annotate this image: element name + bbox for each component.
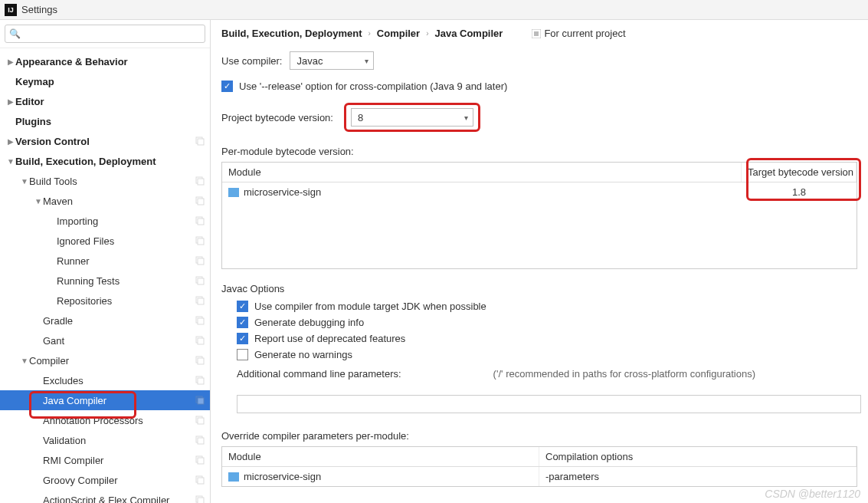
- sidebar-item-label: Groovy Compiler: [43, 475, 195, 486]
- sidebar-item-build-execution-deployment[interactable]: ▼Build, Execution, Deployment: [0, 151, 210, 171]
- tree-arrow-icon: ▼: [6, 157, 15, 166]
- copy-icon: [195, 235, 205, 246]
- project-bytecode-select[interactable]: 8: [351, 108, 473, 127]
- sidebar-item-editor[interactable]: ▶Editor: [0, 91, 210, 111]
- table-header-module[interactable]: Module: [222, 447, 539, 466]
- sidebar-item-label: Appearance & Behavior: [15, 56, 205, 67]
- sidebar-item-gant[interactable]: Gant: [0, 330, 210, 350]
- javac-opt-target-jdk[interactable]: ✓ Use compiler from module target JDK wh…: [237, 301, 868, 312]
- javac-options-title: Javac Options: [221, 283, 868, 294]
- sidebar-item-plugins[interactable]: Plugins: [0, 111, 210, 131]
- checkbox-icon: ✓: [221, 81, 233, 92]
- svg-rect-13: [198, 278, 204, 284]
- titlebar: IJ Settings: [0, 0, 868, 20]
- search-icon: 🔍: [9, 28, 21, 39]
- copy-icon: [195, 375, 205, 386]
- settings-tree[interactable]: ▶Appearance & BehaviorKeymap▶EditorPlugi…: [0, 48, 210, 503]
- sidebar-item-gradle[interactable]: Gradle: [0, 311, 210, 330]
- use-compiler-select[interactable]: Javac: [290, 51, 374, 70]
- tree-arrow-icon: ▶: [6, 137, 15, 146]
- table-header-module[interactable]: Module: [222, 163, 742, 182]
- svg-rect-3: [198, 179, 204, 185]
- additional-params-input[interactable]: [237, 395, 861, 413]
- javac-opt-deprecated[interactable]: ✓ Report use of deprecated features: [237, 333, 868, 344]
- search-input[interactable]: [5, 25, 205, 43]
- copy-icon: [195, 275, 205, 286]
- sidebar-item-rmi-compiler[interactable]: RMI Compiler: [0, 450, 210, 470]
- sidebar-item-actionscript-flex-compiler[interactable]: ActionScript & Flex Compiler: [0, 490, 210, 503]
- sidebar-item-label: ActionScript & Flex Compiler: [43, 495, 195, 504]
- sidebar-item-label: Build, Execution, Deployment: [15, 156, 205, 167]
- sidebar-item-excludes[interactable]: Excludes: [0, 370, 210, 390]
- override-params-table[interactable]: Module Compilation options microservice-…: [221, 446, 857, 487]
- tree-arrow-icon: ▼: [20, 357, 29, 365]
- sidebar-item-version-control[interactable]: ▶Version Control: [0, 131, 210, 151]
- table-header-options[interactable]: Compilation options: [539, 447, 857, 466]
- sidebar-item-label: Version Control: [15, 136, 195, 147]
- copy-icon: [195, 136, 205, 146]
- module-icon: [228, 472, 239, 482]
- breadcrumb-item: Build, Execution, Deployment: [221, 28, 362, 39]
- sidebar-item-maven[interactable]: ▼Maven: [0, 191, 210, 211]
- svg-rect-35: [198, 498, 204, 503]
- javac-opt-no-warnings[interactable]: Generate no warnings: [237, 349, 868, 360]
- svg-rect-25: [198, 398, 204, 404]
- override-params-label: Override compiler parameters per-module:: [221, 430, 868, 442]
- table-row[interactable]: microservice-sign -parameters: [222, 467, 857, 486]
- sidebar-item-keymap[interactable]: Keymap: [0, 71, 210, 91]
- svg-rect-31: [198, 458, 204, 464]
- svg-rect-21: [198, 358, 204, 364]
- use-compiler-label: Use compiler:: [221, 55, 282, 67]
- svg-rect-33: [198, 478, 204, 484]
- sidebar-item-label: Importing: [57, 215, 195, 227]
- project-bytecode-label: Project bytecode version:: [221, 112, 333, 123]
- svg-rect-19: [198, 338, 204, 344]
- sidebar-item-label: Annotation Processors: [43, 415, 195, 426]
- sidebar-item-label: Ignored Files: [57, 235, 195, 247]
- sidebar-item-label: Gant: [43, 335, 195, 347]
- sidebar-item-repositories[interactable]: Repositories: [0, 291, 210, 311]
- sidebar-item-ignored-files[interactable]: Ignored Files: [0, 231, 210, 251]
- sidebar-item-label: Repositories: [57, 295, 195, 307]
- checkbox-icon: [237, 349, 248, 360]
- svg-rect-11: [198, 258, 204, 265]
- per-module-label: Per-module bytecode version:: [221, 146, 868, 157]
- checkbox-icon: ✓: [237, 317, 248, 328]
- sidebar-item-validation[interactable]: Validation: [0, 430, 210, 450]
- window-title: Settings: [21, 4, 57, 15]
- copy-icon: [195, 295, 205, 306]
- svg-rect-1: [198, 139, 204, 145]
- tree-arrow-icon: ▶: [6, 97, 15, 106]
- svg-rect-7: [198, 219, 204, 225]
- checkbox-icon: ✓: [237, 301, 248, 312]
- svg-rect-9: [198, 238, 204, 245]
- release-option-checkbox[interactable]: ✓ Use '--release' option for cross-compi…: [221, 81, 868, 92]
- sidebar-item-annotation-processors[interactable]: Annotation Processors: [0, 410, 210, 430]
- svg-rect-27: [198, 418, 204, 424]
- sidebar-item-runner[interactable]: Runner: [0, 251, 210, 271]
- sidebar-item-importing[interactable]: Importing: [0, 211, 210, 231]
- sidebar-item-compiler[interactable]: ▼Compiler: [0, 350, 210, 370]
- copy-icon: [195, 475, 205, 485]
- copy-icon: [195, 435, 205, 445]
- project-scope-badge: For current project: [532, 28, 625, 39]
- highlight-box: 8: [344, 103, 480, 132]
- search-bar: 🔍: [0, 20, 210, 48]
- copy-icon: [195, 335, 205, 346]
- per-module-table[interactable]: Module Target bytecode version microserv…: [221, 162, 857, 269]
- copy-icon: [195, 455, 205, 465]
- sidebar-item-java-compiler[interactable]: Java Compiler: [0, 390, 210, 410]
- sidebar: 🔍 ▶Appearance & BehaviorKeymap▶EditorPlu…: [0, 20, 211, 503]
- copy-icon: [195, 196, 205, 206]
- additional-params-hint: ('/' recommended in paths for cross-plat…: [493, 368, 755, 380]
- sidebar-item-label: Running Tests: [57, 275, 195, 287]
- copy-icon: [195, 176, 205, 186]
- sidebar-item-running-tests[interactable]: Running Tests: [0, 271, 210, 291]
- sidebar-item-build-tools[interactable]: ▼Build Tools: [0, 171, 210, 191]
- sidebar-item-appearance-behavior[interactable]: ▶Appearance & Behavior: [0, 51, 210, 71]
- javac-opt-debug-info[interactable]: ✓ Generate debugging info: [237, 317, 868, 328]
- watermark: CSDN @better1120: [765, 488, 860, 500]
- copy-icon: [195, 355, 205, 366]
- sidebar-item-groovy-compiler[interactable]: Groovy Compiler: [0, 470, 210, 490]
- sidebar-item-label: Editor: [15, 96, 205, 107]
